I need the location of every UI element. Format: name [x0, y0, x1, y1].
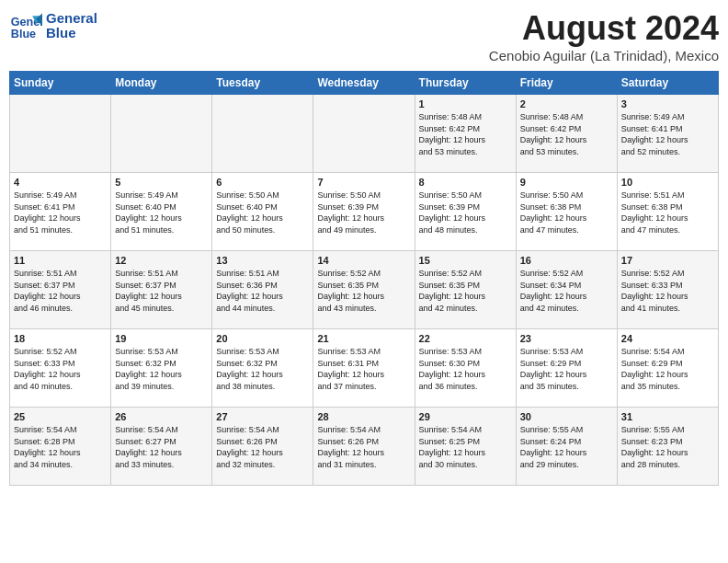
day-info: Sunrise: 5:52 AM Sunset: 6:33 PM Dayligh…	[14, 347, 81, 391]
calendar-cell: 4Sunrise: 5:49 AM Sunset: 6:41 PM Daylig…	[10, 173, 111, 251]
weekday-header-friday: Friday	[516, 72, 617, 95]
day-info: Sunrise: 5:54 AM Sunset: 6:29 PM Dayligh…	[621, 347, 688, 391]
calendar-cell: 31Sunrise: 5:55 AM Sunset: 6:23 PM Dayli…	[617, 408, 718, 486]
logo: General Blue General Blue	[9, 9, 97, 42]
subtitle: Cenobio Aguilar (La Trinidad), Mexico	[489, 48, 719, 63]
day-number: 27	[216, 411, 309, 422]
day-number: 6	[216, 177, 309, 188]
calendar-cell: 20Sunrise: 5:53 AM Sunset: 6:32 PM Dayli…	[212, 329, 313, 408]
day-number: 30	[520, 411, 613, 422]
day-info: Sunrise: 5:50 AM Sunset: 6:38 PM Dayligh…	[520, 190, 587, 235]
day-number: 9	[520, 177, 613, 188]
day-info: Sunrise: 5:53 AM Sunset: 6:30 PM Dayligh…	[419, 347, 486, 391]
day-info: Sunrise: 5:51 AM Sunset: 6:38 PM Dayligh…	[621, 190, 688, 235]
calendar-cell: 29Sunrise: 5:54 AM Sunset: 6:25 PM Dayli…	[415, 408, 516, 486]
day-info: Sunrise: 5:52 AM Sunset: 6:34 PM Dayligh…	[520, 269, 587, 313]
calendar-cell	[10, 95, 111, 173]
day-info: Sunrise: 5:48 AM Sunset: 6:42 PM Dayligh…	[419, 112, 486, 156]
logo-text-general: General	[46, 11, 97, 27]
week-row-4: 18Sunrise: 5:52 AM Sunset: 6:33 PM Dayli…	[10, 329, 719, 408]
calendar-cell: 21Sunrise: 5:53 AM Sunset: 6:31 PM Dayli…	[313, 329, 415, 408]
day-number: 19	[115, 333, 208, 344]
day-info: Sunrise: 5:51 AM Sunset: 6:37 PM Dayligh…	[115, 269, 182, 313]
calendar-cell: 14Sunrise: 5:52 AM Sunset: 6:35 PM Dayli…	[313, 251, 415, 329]
day-number: 4	[14, 177, 107, 188]
day-number: 16	[520, 255, 613, 266]
day-info: Sunrise: 5:53 AM Sunset: 6:32 PM Dayligh…	[216, 347, 283, 391]
title-area: August 2024 Cenobio Aguilar (La Trinidad…	[489, 9, 719, 63]
calendar-cell: 17Sunrise: 5:52 AM Sunset: 6:33 PM Dayli…	[617, 251, 718, 329]
weekday-header-row: SundayMondayTuesdayWednesdayThursdayFrid…	[10, 72, 719, 95]
calendar-cell: 23Sunrise: 5:53 AM Sunset: 6:29 PM Dayli…	[516, 329, 617, 408]
week-row-3: 11Sunrise: 5:51 AM Sunset: 6:37 PM Dayli…	[10, 251, 719, 329]
week-row-2: 4Sunrise: 5:49 AM Sunset: 6:41 PM Daylig…	[10, 173, 719, 251]
calendar-header: SundayMondayTuesdayWednesdayThursdayFrid…	[10, 72, 719, 95]
calendar-cell: 7Sunrise: 5:50 AM Sunset: 6:39 PM Daylig…	[313, 173, 415, 251]
day-info: Sunrise: 5:49 AM Sunset: 6:41 PM Dayligh…	[14, 190, 81, 235]
day-info: Sunrise: 5:51 AM Sunset: 6:36 PM Dayligh…	[216, 269, 283, 313]
day-info: Sunrise: 5:48 AM Sunset: 6:42 PM Dayligh…	[520, 112, 587, 156]
day-info: Sunrise: 5:52 AM Sunset: 6:35 PM Dayligh…	[419, 269, 486, 313]
calendar-cell: 10Sunrise: 5:51 AM Sunset: 6:38 PM Dayli…	[617, 173, 718, 251]
week-row-1: 1Sunrise: 5:48 AM Sunset: 6:42 PM Daylig…	[10, 95, 719, 173]
calendar-cell: 27Sunrise: 5:54 AM Sunset: 6:26 PM Dayli…	[212, 408, 313, 486]
calendar-cell: 28Sunrise: 5:54 AM Sunset: 6:26 PM Dayli…	[313, 408, 415, 486]
calendar-cell: 11Sunrise: 5:51 AM Sunset: 6:37 PM Dayli…	[10, 251, 111, 329]
day-number: 14	[317, 255, 410, 266]
day-info: Sunrise: 5:53 AM Sunset: 6:31 PM Dayligh…	[317, 347, 384, 391]
day-info: Sunrise: 5:54 AM Sunset: 6:28 PM Dayligh…	[14, 425, 81, 469]
day-info: Sunrise: 5:50 AM Sunset: 6:39 PM Dayligh…	[317, 190, 384, 235]
logo-icon: General Blue	[9, 9, 42, 42]
day-info: Sunrise: 5:49 AM Sunset: 6:41 PM Dayligh…	[621, 112, 688, 156]
day-info: Sunrise: 5:54 AM Sunset: 6:26 PM Dayligh…	[317, 425, 384, 469]
day-number: 29	[419, 411, 512, 422]
calendar-cell: 19Sunrise: 5:53 AM Sunset: 6:32 PM Dayli…	[111, 329, 212, 408]
day-number: 3	[621, 98, 714, 109]
day-number: 12	[115, 255, 208, 266]
week-row-5: 25Sunrise: 5:54 AM Sunset: 6:28 PM Dayli…	[10, 408, 719, 486]
day-info: Sunrise: 5:51 AM Sunset: 6:37 PM Dayligh…	[14, 269, 81, 313]
day-info: Sunrise: 5:54 AM Sunset: 6:27 PM Dayligh…	[115, 425, 182, 469]
logo-text-blue: Blue	[46, 26, 97, 41]
calendar-cell: 18Sunrise: 5:52 AM Sunset: 6:33 PM Dayli…	[10, 329, 111, 408]
day-info: Sunrise: 5:49 AM Sunset: 6:40 PM Dayligh…	[115, 190, 182, 235]
day-number: 24	[621, 333, 714, 344]
day-number: 28	[317, 411, 410, 422]
day-number: 31	[621, 411, 714, 422]
calendar-cell: 13Sunrise: 5:51 AM Sunset: 6:36 PM Dayli…	[212, 251, 313, 329]
main-title: August 2024	[489, 9, 719, 48]
calendar-cell: 3Sunrise: 5:49 AM Sunset: 6:41 PM Daylig…	[617, 95, 718, 173]
day-info: Sunrise: 5:54 AM Sunset: 6:26 PM Dayligh…	[216, 425, 283, 469]
day-number: 7	[317, 177, 410, 188]
day-number: 25	[14, 411, 107, 422]
calendar-cell: 26Sunrise: 5:54 AM Sunset: 6:27 PM Dayli…	[111, 408, 212, 486]
weekday-header-saturday: Saturday	[617, 72, 718, 95]
weekday-header-thursday: Thursday	[415, 72, 516, 95]
svg-text:Blue: Blue	[11, 28, 36, 40]
calendar-cell	[313, 95, 415, 173]
day-number: 20	[216, 333, 309, 344]
day-number: 18	[14, 333, 107, 344]
calendar-body: 1Sunrise: 5:48 AM Sunset: 6:42 PM Daylig…	[10, 95, 719, 486]
weekday-header-monday: Monday	[111, 72, 212, 95]
day-number: 1	[419, 98, 512, 109]
day-number: 17	[621, 255, 714, 266]
day-number: 13	[216, 255, 309, 266]
day-number: 10	[621, 177, 714, 188]
calendar-table: SundayMondayTuesdayWednesdayThursdayFrid…	[9, 71, 719, 486]
calendar-cell: 25Sunrise: 5:54 AM Sunset: 6:28 PM Dayli…	[10, 408, 111, 486]
day-number: 2	[520, 98, 613, 109]
weekday-header-tuesday: Tuesday	[212, 72, 313, 95]
day-info: Sunrise: 5:55 AM Sunset: 6:24 PM Dayligh…	[520, 425, 587, 469]
calendar-cell: 6Sunrise: 5:50 AM Sunset: 6:40 PM Daylig…	[212, 173, 313, 251]
day-info: Sunrise: 5:50 AM Sunset: 6:40 PM Dayligh…	[216, 190, 283, 235]
calendar-cell: 2Sunrise: 5:48 AM Sunset: 6:42 PM Daylig…	[516, 95, 617, 173]
calendar-cell: 22Sunrise: 5:53 AM Sunset: 6:30 PM Dayli…	[415, 329, 516, 408]
day-info: Sunrise: 5:52 AM Sunset: 6:35 PM Dayligh…	[317, 269, 384, 313]
calendar-cell: 9Sunrise: 5:50 AM Sunset: 6:38 PM Daylig…	[516, 173, 617, 251]
day-number: 15	[419, 255, 512, 266]
day-number: 26	[115, 411, 208, 422]
day-info: Sunrise: 5:52 AM Sunset: 6:33 PM Dayligh…	[621, 269, 688, 313]
calendar-cell	[111, 95, 212, 173]
day-info: Sunrise: 5:55 AM Sunset: 6:23 PM Dayligh…	[621, 425, 688, 469]
